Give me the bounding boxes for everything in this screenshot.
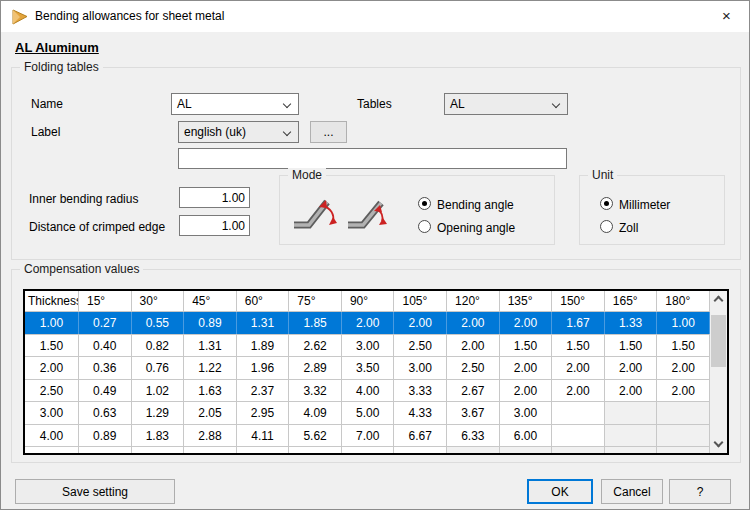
table-row[interactable]: 4.000.891.832.884.115.627.006.676.336.00: [25, 425, 710, 448]
value-cell[interactable]: 6.67: [394, 425, 447, 447]
value-cell[interactable]: [657, 447, 710, 453]
column-header[interactable]: 150°: [552, 291, 605, 311]
tables-combobox[interactable]: AL: [444, 93, 568, 115]
value-cell[interactable]: 2.50: [394, 335, 447, 357]
value-cell[interactable]: 0.27: [79, 312, 132, 334]
value-cell[interactable]: 3.32: [289, 380, 342, 402]
column-header[interactable]: 60°: [237, 291, 290, 311]
value-cell[interactable]: 2.89: [289, 357, 342, 379]
thickness-cell[interactable]: 5.00: [25, 447, 79, 453]
value-cell[interactable]: 2.00: [394, 312, 447, 334]
value-cell[interactable]: 0.55: [132, 312, 185, 334]
value-cell[interactable]: 1.50: [657, 335, 710, 357]
vertical-scrollbar[interactable]: [710, 291, 727, 453]
thickness-cell[interactable]: 1.00: [25, 312, 79, 334]
radio-opening-angle[interactable]: [418, 220, 431, 233]
help-button[interactable]: ?: [669, 479, 731, 504]
thickness-cell[interactable]: 2.00: [25, 357, 79, 379]
value-cell[interactable]: 0.89: [79, 425, 132, 447]
value-cell[interactable]: 1.31: [184, 335, 237, 357]
close-button[interactable]: ×: [704, 1, 749, 31]
value-cell[interactable]: 2.00: [447, 335, 500, 357]
value-cell[interactable]: 2.00: [552, 380, 605, 402]
value-cell[interactable]: 1.63: [184, 380, 237, 402]
value-cell[interactable]: 2.00: [605, 357, 658, 379]
cancel-button[interactable]: Cancel: [601, 479, 663, 504]
value-cell[interactable]: 2.00: [605, 380, 658, 402]
table-row[interactable]: 2.000.360.761.221.962.893.503.002.502.00…: [25, 357, 710, 380]
save-setting-button[interactable]: Save setting: [15, 479, 175, 504]
column-header[interactable]: Thickness: [25, 291, 79, 311]
thickness-cell[interactable]: 2.50: [25, 380, 79, 402]
value-cell[interactable]: 2.62: [289, 335, 342, 357]
column-header[interactable]: 135°: [500, 291, 553, 311]
scroll-down-button[interactable]: [710, 436, 727, 453]
scroll-up-button[interactable]: [710, 291, 727, 308]
value-cell[interactable]: 3.50: [342, 357, 395, 379]
value-cell[interactable]: 2.00: [342, 312, 395, 334]
thickness-cell[interactable]: 3.00: [25, 402, 79, 424]
value-cell[interactable]: 3.21: [184, 447, 237, 453]
value-cell[interactable]: 2.03: [132, 447, 185, 453]
value-cell[interactable]: 1.85: [289, 312, 342, 334]
value-cell[interactable]: [657, 402, 710, 424]
value-cell[interactable]: 4.00: [342, 380, 395, 402]
table-row[interactable]: 1.500.400.821.311.892.623.002.502.001.50…: [25, 335, 710, 358]
table-row[interactable]: 2.500.491.021.632.373.324.003.332.672.00…: [25, 380, 710, 403]
column-header[interactable]: 165°: [605, 291, 658, 311]
inner-bending-radius-input[interactable]: [179, 187, 250, 208]
radio-millimeter[interactable]: [600, 197, 613, 210]
column-header[interactable]: 120°: [447, 291, 500, 311]
value-cell[interactable]: 0.36: [79, 357, 132, 379]
value-cell[interactable]: 2.67: [447, 380, 500, 402]
value-cell[interactable]: 6.32: [289, 447, 342, 453]
column-header[interactable]: 15°: [79, 291, 132, 311]
value-cell[interactable]: 0.82: [132, 335, 185, 357]
value-cell[interactable]: 6.00: [500, 425, 553, 447]
value-cell[interactable]: 1.50: [605, 335, 658, 357]
value-cell[interactable]: [447, 447, 500, 453]
value-cell[interactable]: [500, 447, 553, 453]
value-cell[interactable]: [552, 425, 605, 447]
value-cell[interactable]: 1.50: [552, 335, 605, 357]
value-cell[interactable]: 6.33: [447, 425, 500, 447]
description-input[interactable]: [178, 148, 567, 169]
value-cell[interactable]: [552, 447, 605, 453]
name-combobox[interactable]: AL: [171, 93, 299, 115]
value-cell[interactable]: [657, 425, 710, 447]
title-bar[interactable]: Bending allowances for sheet metal ×: [1, 1, 749, 32]
column-header[interactable]: 105°: [394, 291, 447, 311]
value-cell[interactable]: [552, 402, 605, 424]
value-cell[interactable]: 4.11: [237, 425, 290, 447]
value-cell[interactable]: 1.22: [184, 357, 237, 379]
value-cell[interactable]: 1.67: [552, 312, 605, 334]
thickness-cell[interactable]: 4.00: [25, 425, 79, 447]
column-header[interactable]: 90°: [342, 291, 395, 311]
language-combobox[interactable]: english (uk): [178, 121, 299, 143]
value-cell[interactable]: 2.00: [552, 357, 605, 379]
column-header[interactable]: 75°: [289, 291, 342, 311]
column-header[interactable]: 30°: [132, 291, 185, 311]
thickness-cell[interactable]: 1.50: [25, 335, 79, 357]
radio-bending-angle[interactable]: [418, 197, 431, 210]
value-cell[interactable]: 0.63: [79, 402, 132, 424]
value-cell[interactable]: 0.99: [79, 447, 132, 453]
radio-zoll[interactable]: [600, 220, 613, 233]
value-cell[interactable]: 2.00: [500, 312, 553, 334]
value-cell[interactable]: 1.83: [132, 425, 185, 447]
value-cell[interactable]: 2.37: [237, 380, 290, 402]
value-cell[interactable]: 1.31: [237, 312, 290, 334]
column-header[interactable]: 45°: [184, 291, 237, 311]
value-cell[interactable]: 1.29: [132, 402, 185, 424]
value-cell[interactable]: 0.76: [132, 357, 185, 379]
table-row[interactable]: 5.000.992.033.214.596.328.00: [25, 447, 710, 453]
value-cell[interactable]: 0.40: [79, 335, 132, 357]
value-cell[interactable]: 4.33: [394, 402, 447, 424]
table-row[interactable]: 3.000.631.292.052.954.095.004.333.673.00: [25, 402, 710, 425]
value-cell[interactable]: 5.62: [289, 425, 342, 447]
value-cell[interactable]: 2.00: [657, 357, 710, 379]
value-cell[interactable]: 7.00: [342, 425, 395, 447]
value-cell[interactable]: 2.05: [184, 402, 237, 424]
value-cell[interactable]: 2.00: [447, 312, 500, 334]
value-cell[interactable]: 8.00: [342, 447, 395, 453]
